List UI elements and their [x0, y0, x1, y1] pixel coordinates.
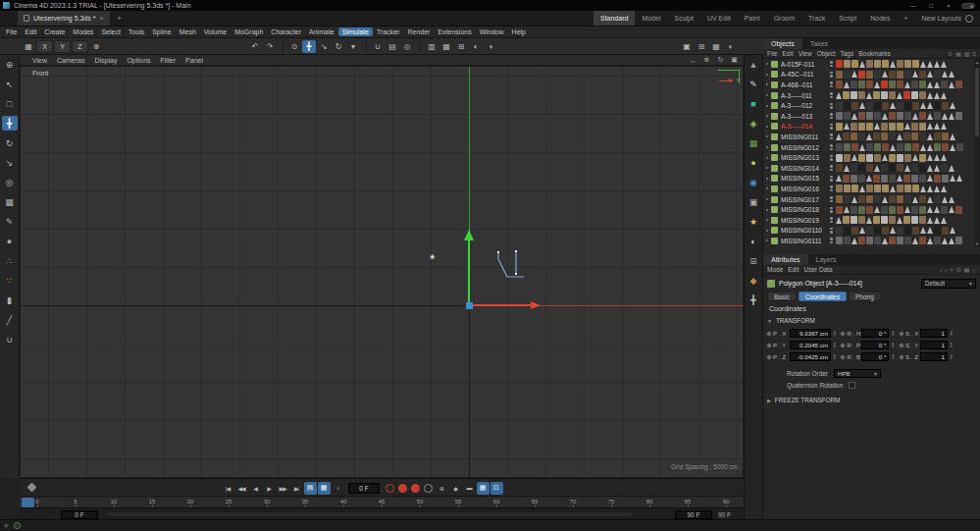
am-menu-user-data[interactable]: User Data — [803, 266, 832, 273]
object-row[interactable]: MISSING017 — [763, 194, 980, 205]
texture-tag-icon[interactable] — [874, 143, 881, 151]
x-axis-handle[interactable] — [470, 304, 531, 306]
rotate-view-icon[interactable]: ↻ — [715, 56, 726, 65]
viewport-menu-display[interactable]: Display — [89, 57, 122, 64]
polygon-selection-tag-icon[interactable] — [949, 81, 954, 88]
polygon-selection-tag-icon[interactable] — [912, 113, 918, 120]
simulate-rigid-button[interactable]: ⊞ — [454, 40, 468, 53]
polygon-selection-tag-icon[interactable] — [882, 154, 888, 161]
texture-tag-icon[interactable] — [934, 71, 941, 79]
visibility-dot-icon[interactable] — [830, 179, 833, 182]
visibility-dot-icon[interactable] — [830, 124, 833, 127]
menu-extensions[interactable]: Extensions — [434, 27, 475, 36]
tab-layers[interactable]: Layers — [808, 254, 845, 265]
add-layout-button[interactable]: + — [897, 11, 914, 26]
texture-tag-icon[interactable] — [873, 216, 880, 224]
status-menu-icon[interactable]: ≡ — [4, 522, 8, 529]
texture-tag-icon[interactable] — [889, 80, 896, 88]
texture-tag-icon[interactable] — [897, 195, 903, 203]
texture-tag-icon[interactable] — [843, 216, 850, 224]
visibility-dot-icon[interactable] — [830, 133, 833, 136]
polygon-selection-tag-icon[interactable] — [941, 186, 947, 192]
texture-tag-icon[interactable] — [889, 154, 896, 162]
polygon-selection-tag-icon[interactable] — [942, 113, 948, 120]
lock-z-axis-button[interactable]: Z — [72, 40, 88, 53]
cube-primitive-icon[interactable]: ■ — [747, 97, 761, 111]
texture-tag-icon[interactable] — [881, 164, 888, 172]
polygon-selection-tag-icon[interactable] — [859, 227, 865, 234]
visibility-dot-icon[interactable] — [830, 228, 833, 231]
spinner-icon[interactable]: ▲▼ — [891, 343, 894, 348]
light-icon[interactable]: ★ — [747, 215, 761, 229]
object-row[interactable]: MISSING015 — [763, 174, 980, 185]
uv-points-button[interactable]: ∴ — [2, 253, 18, 268]
texture-tag-icon[interactable] — [844, 195, 851, 203]
om-menu-edit[interactable]: Edit — [782, 50, 793, 57]
move-tool-button[interactable]: ╋ — [302, 40, 316, 53]
polygon-selection-tag-icon[interactable] — [904, 165, 910, 172]
texture-tag-icon[interactable] — [836, 123, 843, 131]
polygon-selection-tag-icon[interactable] — [934, 206, 940, 213]
object-row[interactable]: MISSING0110 — [763, 226, 980, 237]
visibility-dots-icon[interactable] — [830, 92, 833, 98]
polygon-selection-tag-icon[interactable] — [949, 238, 954, 244]
visibility-dots-icon[interactable] — [830, 217, 833, 223]
object-row[interactable]: MISSING011 — [763, 132, 980, 142]
texture-tag-icon[interactable] — [874, 60, 881, 68]
om-menu-view[interactable]: View — [799, 50, 812, 57]
texture-tag-icon[interactable] — [955, 112, 962, 120]
visibility-dot-icon[interactable] — [830, 92, 833, 95]
lock-icon[interactable]: ◌ — [972, 267, 976, 273]
volume-icon[interactable]: ▦ — [747, 136, 761, 150]
goto-end-button[interactable]: ▶| — [290, 482, 303, 495]
texture-tag-icon[interactable] — [934, 143, 941, 151]
texture-tag-icon[interactable] — [874, 112, 881, 120]
polygon-selection-tag-icon[interactable] — [942, 196, 948, 203]
polygon-selection-tag-icon[interactable] — [927, 238, 933, 244]
value-field[interactable]: 1 — [920, 352, 948, 361]
polygon-selection-tag-icon[interactable] — [934, 81, 940, 88]
play-button[interactable]: ▶ — [263, 482, 276, 495]
texture-tag-icon[interactable] — [843, 91, 850, 99]
spinner-icon[interactable]: ▲▼ — [891, 354, 894, 360]
polygon-selection-tag-icon[interactable] — [927, 102, 933, 109]
visibility-dot-icon[interactable] — [830, 113, 833, 116]
texture-tag-icon[interactable] — [881, 216, 888, 224]
spinner-icon[interactable]: ▲▼ — [950, 343, 953, 348]
minimize-button[interactable]: — — [906, 1, 920, 11]
polygon-selection-tag-icon[interactable] — [866, 217, 872, 224]
spin-down-icon[interactable]: ▼ — [950, 334, 953, 337]
polygon-selection-tag-icon[interactable] — [882, 196, 888, 203]
texture-tag-icon[interactable] — [844, 237, 851, 244]
scroll-down-icon[interactable]: ▼ — [974, 241, 980, 246]
object-row[interactable]: A-015F-011 — [763, 59, 980, 70]
spin-down-icon[interactable]: ▼ — [833, 334, 836, 337]
visibility-dot-icon[interactable] — [830, 72, 833, 75]
texture-tag-icon[interactable] — [882, 143, 889, 151]
texture-tag-icon[interactable] — [866, 237, 873, 244]
spin-down-icon[interactable]: ▼ — [891, 345, 894, 348]
texture-tag-icon[interactable] — [851, 175, 857, 183]
polygon-selection-tag-icon[interactable] — [844, 81, 850, 88]
texture-tag-icon[interactable] — [843, 133, 850, 140]
texture-tag-icon[interactable] — [873, 175, 880, 183]
add-document-button[interactable]: + — [111, 11, 129, 26]
spinner-icon[interactable]: ▲▼ — [950, 331, 953, 337]
value-field[interactable]: 9.0367 cm — [790, 329, 831, 338]
texture-tag-icon[interactable] — [873, 91, 880, 99]
visibility-dot-icon[interactable] — [830, 65, 833, 68]
texture-tag-icon[interactable] — [904, 195, 911, 203]
visibility-dot-icon[interactable] — [830, 169, 833, 172]
object-row[interactable]: MISSING016 — [763, 184, 980, 194]
layout-tab-model[interactable]: Model — [635, 11, 667, 26]
texture-tag-icon[interactable] — [942, 133, 949, 140]
texture-tag-icon[interactable] — [919, 164, 926, 172]
texture-tag-icon[interactable] — [881, 206, 888, 214]
axis-icon[interactable]: ╋ — [747, 293, 761, 307]
texture-tag-icon[interactable] — [904, 227, 911, 235]
texture-tag-icon[interactable] — [919, 71, 926, 79]
texture-tag-icon[interactable] — [858, 195, 865, 203]
sound-button[interactable]: ♪ — [332, 482, 344, 495]
visibility-dot-icon[interactable] — [830, 189, 833, 192]
polygon-selection-tag-icon[interactable] — [927, 175, 933, 182]
